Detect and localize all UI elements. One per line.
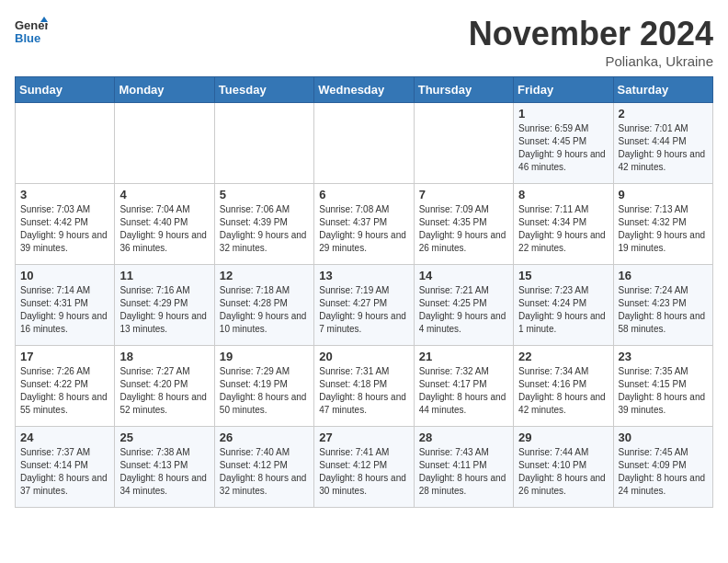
week-row-3: 17Sunrise: 7:26 AM Sunset: 4:22 PM Dayli… [16,346,713,427]
calendar-cell: 23Sunrise: 7:35 AM Sunset: 4:15 PM Dayli… [613,346,712,427]
day-number: 22 [518,350,608,363]
day-info: Sunrise: 7:11 AM Sunset: 4:34 PM Dayligh… [518,203,608,255]
calendar-cell: 12Sunrise: 7:18 AM Sunset: 4:28 PM Dayli… [214,265,313,346]
week-row-2: 10Sunrise: 7:14 AM Sunset: 4:31 PM Dayli… [16,265,713,346]
calendar-cell: 21Sunrise: 7:32 AM Sunset: 4:17 PM Dayli… [414,346,513,427]
day-number: 7 [419,188,508,201]
day-info: Sunrise: 6:59 AM Sunset: 4:45 PM Dayligh… [518,122,608,174]
week-row-1: 3Sunrise: 7:03 AM Sunset: 4:42 PM Daylig… [16,184,713,265]
header-sunday: Sunday [16,77,115,103]
day-info: Sunrise: 7:06 AM Sunset: 4:39 PM Dayligh… [220,203,309,255]
calendar-cell: 9Sunrise: 7:13 AM Sunset: 4:32 PM Daylig… [613,184,712,265]
week-row-4: 24Sunrise: 7:37 AM Sunset: 4:14 PM Dayli… [16,427,713,508]
header-thursday: Thursday [414,77,513,103]
day-info: Sunrise: 7:38 AM Sunset: 4:13 PM Dayligh… [119,446,209,498]
month-title: November 2024 [469,15,713,53]
day-info: Sunrise: 7:13 AM Sunset: 4:32 PM Dayligh… [619,203,708,255]
day-info: Sunrise: 7:18 AM Sunset: 4:28 PM Dayligh… [220,284,309,336]
day-info: Sunrise: 7:37 AM Sunset: 4:14 PM Dayligh… [20,446,109,498]
header-saturday: Saturday [613,77,712,103]
day-info: Sunrise: 7:01 AM Sunset: 4:44 PM Dayligh… [619,122,708,174]
calendar-cell: 6Sunrise: 7:08 AM Sunset: 4:37 PM Daylig… [314,184,414,265]
calendar-cell: 20Sunrise: 7:31 AM Sunset: 4:18 PM Dayli… [314,346,414,427]
calendar-cell: 18Sunrise: 7:27 AM Sunset: 4:20 PM Dayli… [115,346,214,427]
header-monday: Monday [115,77,214,103]
day-number: 30 [619,431,708,444]
day-number: 25 [119,431,209,444]
day-info: Sunrise: 7:19 AM Sunset: 4:27 PM Dayligh… [319,284,408,336]
day-number: 14 [419,269,508,282]
day-number: 4 [119,188,209,201]
day-number: 29 [518,431,608,444]
header-wednesday: Wednesday [314,77,414,103]
calendar-cell: 27Sunrise: 7:41 AM Sunset: 4:12 PM Dayli… [314,427,414,508]
day-number: 10 [20,269,109,282]
calendar-table: SundayMondayTuesdayWednesdayThursdayFrid… [15,76,713,508]
day-info: Sunrise: 7:45 AM Sunset: 4:09 PM Dayligh… [619,446,708,498]
day-info: Sunrise: 7:16 AM Sunset: 4:29 PM Dayligh… [119,284,209,336]
day-info: Sunrise: 7:14 AM Sunset: 4:31 PM Dayligh… [20,284,109,336]
calendar-cell: 14Sunrise: 7:21 AM Sunset: 4:25 PM Dayli… [414,265,513,346]
calendar-cell: 30Sunrise: 7:45 AM Sunset: 4:09 PM Dayli… [613,427,712,508]
day-number: 2 [619,107,708,121]
calendar-cell: 26Sunrise: 7:40 AM Sunset: 4:12 PM Dayli… [214,427,313,508]
day-number: 11 [119,269,209,282]
day-number: 17 [20,350,109,363]
calendar-cell: 17Sunrise: 7:26 AM Sunset: 4:22 PM Dayli… [16,346,115,427]
calendar-cell [214,103,313,184]
day-info: Sunrise: 7:44 AM Sunset: 4:10 PM Dayligh… [518,446,608,498]
header-tuesday: Tuesday [214,77,313,103]
calendar-cell [314,103,414,184]
calendar-cell: 29Sunrise: 7:44 AM Sunset: 4:10 PM Dayli… [514,427,613,508]
day-number: 23 [619,350,708,363]
title-block: November 2024 Polianka, Ukraine [469,15,713,69]
calendar-cell: 24Sunrise: 7:37 AM Sunset: 4:14 PM Dayli… [16,427,115,508]
calendar-cell: 15Sunrise: 7:23 AM Sunset: 4:24 PM Dayli… [514,265,613,346]
day-number: 26 [220,431,309,444]
day-info: Sunrise: 7:26 AM Sunset: 4:22 PM Dayligh… [20,365,109,417]
day-number: 18 [119,350,209,363]
day-info: Sunrise: 7:03 AM Sunset: 4:42 PM Dayligh… [20,203,109,255]
calendar-cell: 11Sunrise: 7:16 AM Sunset: 4:29 PM Dayli… [115,265,214,346]
calendar-cell: 8Sunrise: 7:11 AM Sunset: 4:34 PM Daylig… [514,184,613,265]
calendar-cell: 3Sunrise: 7:03 AM Sunset: 4:42 PM Daylig… [16,184,115,265]
calendar-body: 1Sunrise: 6:59 AM Sunset: 4:45 PM Daylig… [16,103,713,508]
day-info: Sunrise: 7:43 AM Sunset: 4:11 PM Dayligh… [419,446,508,498]
calendar-cell: 28Sunrise: 7:43 AM Sunset: 4:11 PM Dayli… [414,427,513,508]
day-number: 15 [518,269,608,282]
day-info: Sunrise: 7:40 AM Sunset: 4:12 PM Dayligh… [220,446,309,498]
day-info: Sunrise: 7:21 AM Sunset: 4:25 PM Dayligh… [419,284,508,336]
day-info: Sunrise: 7:24 AM Sunset: 4:23 PM Dayligh… [619,284,708,336]
day-number: 24 [20,431,109,444]
day-number: 1 [518,107,608,121]
calendar-cell: 19Sunrise: 7:29 AM Sunset: 4:19 PM Dayli… [214,346,313,427]
calendar-cell: 5Sunrise: 7:06 AM Sunset: 4:39 PM Daylig… [214,184,313,265]
day-number: 3 [20,188,109,201]
day-info: Sunrise: 7:23 AM Sunset: 4:24 PM Dayligh… [518,284,608,336]
day-number: 21 [419,350,508,363]
day-info: Sunrise: 7:27 AM Sunset: 4:20 PM Dayligh… [119,365,209,417]
day-info: Sunrise: 7:09 AM Sunset: 4:35 PM Dayligh… [419,203,508,255]
calendar-cell [115,103,214,184]
calendar-cell [16,103,115,184]
day-info: Sunrise: 7:29 AM Sunset: 4:19 PM Dayligh… [220,365,309,417]
calendar-cell: 1Sunrise: 6:59 AM Sunset: 4:45 PM Daylig… [514,103,613,184]
day-number: 28 [419,431,508,444]
week-row-0: 1Sunrise: 6:59 AM Sunset: 4:45 PM Daylig… [16,103,713,184]
page-header: General Blue November 2024 Polianka, Ukr… [15,15,713,69]
calendar-cell: 10Sunrise: 7:14 AM Sunset: 4:31 PM Dayli… [16,265,115,346]
calendar-cell: 2Sunrise: 7:01 AM Sunset: 4:44 PM Daylig… [613,103,712,184]
calendar-cell: 4Sunrise: 7:04 AM Sunset: 4:40 PM Daylig… [115,184,214,265]
location: Polianka, Ukraine [469,53,713,69]
day-info: Sunrise: 7:32 AM Sunset: 4:17 PM Dayligh… [419,365,508,417]
day-number: 27 [319,431,408,444]
header-friday: Friday [514,77,613,103]
calendar-cell [414,103,513,184]
logo-icon: General Blue [15,15,48,48]
day-info: Sunrise: 7:35 AM Sunset: 4:15 PM Dayligh… [619,365,708,417]
logo: General Blue [15,15,48,48]
day-number: 20 [319,350,408,363]
day-number: 9 [619,188,708,201]
calendar-cell: 16Sunrise: 7:24 AM Sunset: 4:23 PM Dayli… [613,265,712,346]
day-number: 5 [220,188,309,201]
